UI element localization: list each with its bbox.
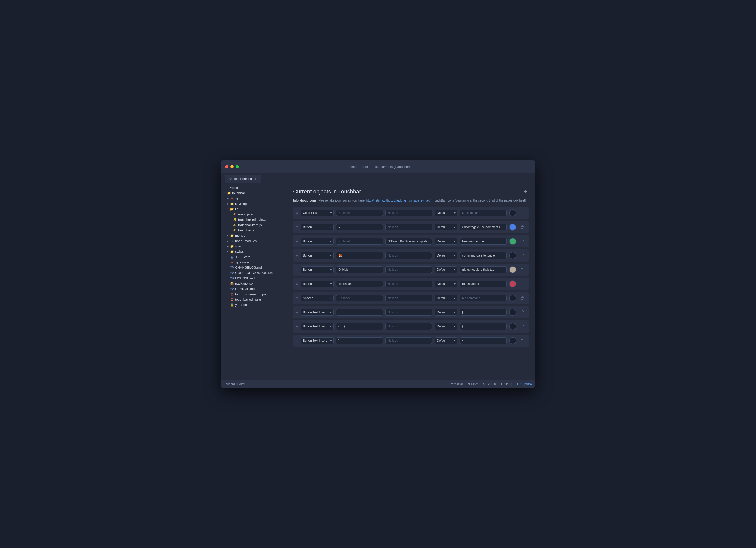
delete-button[interactable]: 🗑	[519, 253, 526, 258]
type-select[interactable]: Spacer	[301, 295, 334, 301]
command-input[interactable]	[460, 295, 507, 301]
color-picker[interactable]	[509, 252, 516, 259]
command-input[interactable]	[460, 323, 507, 330]
color-picker[interactable]	[509, 309, 516, 316]
sidebar-item-code-of-conduct[interactable]: ▸ MD CODE_OF_CONDUCT.md	[221, 270, 287, 275]
sidebar-item-spec[interactable]: ▸ 📁 spec	[221, 244, 287, 249]
default-select[interactable]: Default	[435, 238, 457, 245]
type-select[interactable]: Button Text Insert	[301, 337, 334, 344]
command-input[interactable]	[460, 280, 507, 287]
delete-button[interactable]: 🗑	[519, 309, 526, 315]
sidebar-item-touchbar-item[interactable]: ▸ JS touchbar-item.js	[221, 222, 287, 228]
command-input[interactable]	[460, 267, 507, 273]
type-select[interactable]: Color Picker Button Spacer Button Text I…	[301, 210, 334, 216]
color-picker[interactable]	[509, 266, 516, 273]
default-select[interactable]: Default	[435, 323, 457, 330]
default-select[interactable]: Default	[435, 337, 457, 344]
type-select[interactable]: Button	[301, 280, 334, 287]
command-input[interactable]	[460, 210, 507, 216]
icon-input[interactable]	[385, 267, 432, 273]
sidebar-item-styles[interactable]: ▸ 📁 styles	[221, 249, 287, 254]
maximize-button[interactable]	[236, 165, 239, 168]
color-picker[interactable]	[509, 337, 516, 344]
minimize-button[interactable]	[230, 165, 234, 168]
sidebar-item-touchbar[interactable]: ▾ 📁 touchbar	[221, 190, 287, 196]
default-select[interactable]: Default	[435, 224, 457, 231]
sidebar-item-readme[interactable]: ▸ MD README.md	[221, 286, 287, 291]
drag-handle-icon[interactable]: ≡	[296, 296, 298, 300]
drag-handle-icon[interactable]: ≡	[296, 211, 298, 215]
sidebar-item-touchbar-edit-view[interactable]: ▸ JS touchbar-edit-view.js	[221, 217, 287, 222]
drag-handle-icon[interactable]: ≡	[296, 339, 298, 343]
drag-handle-icon[interactable]: ≡	[296, 239, 298, 243]
sidebar-item-gitignore[interactable]: ▸ ◈ .gitignore	[221, 260, 287, 265]
command-input[interactable]	[460, 224, 507, 231]
sidebar-item-touchbar-edit-png[interactable]: ▸ 🖼 touchbar-edit.png	[221, 297, 287, 302]
icon-input[interactable]	[385, 252, 432, 259]
label-input[interactable]	[336, 280, 383, 287]
drag-handle-icon[interactable]: ≡	[296, 324, 298, 328]
tab-touchbar-editor[interactable]: ⟳ Touchbar Editor	[225, 175, 261, 183]
delete-button[interactable]: 🗑	[519, 239, 526, 244]
sidebar-item-yarn-lock[interactable]: ▸ 🔒 yarn.lock	[221, 302, 287, 307]
type-select[interactable]: Button	[301, 238, 334, 245]
delete-button[interactable]: 🗑	[519, 295, 526, 301]
default-select[interactable]: Default	[435, 280, 457, 287]
default-select[interactable]: Default	[435, 252, 457, 259]
delete-button[interactable]: 🗑	[519, 224, 526, 230]
icon-input[interactable]	[385, 309, 432, 315]
drag-handle-icon[interactable]: ≡	[296, 268, 298, 272]
color-picker[interactable]	[509, 280, 516, 287]
color-picker[interactable]	[509, 294, 516, 301]
delete-button[interactable]: 🗑	[519, 281, 526, 287]
icon-input[interactable]	[385, 337, 432, 344]
label-input[interactable]	[336, 238, 383, 245]
icon-input[interactable]	[385, 210, 432, 216]
drag-handle-icon[interactable]: ≡	[296, 254, 298, 258]
icon-input[interactable]	[385, 280, 432, 287]
sidebar-item-license[interactable]: ▸ MD LICENSE.md	[221, 275, 287, 281]
icon-input[interactable]	[385, 224, 432, 231]
update-status[interactable]: ⬇ 1 update	[516, 382, 532, 386]
sidebar-item-git[interactable]: ▸ ◈ .git	[221, 196, 287, 201]
command-input[interactable]	[460, 252, 507, 259]
drag-handle-icon[interactable]: ≡	[296, 282, 298, 286]
command-input[interactable]	[460, 238, 507, 245]
sidebar-item-package-json[interactable]: ▸ 📦 package.json	[221, 281, 287, 286]
command-input[interactable]	[460, 309, 507, 315]
label-input[interactable]	[336, 210, 383, 216]
type-select[interactable]: Button	[301, 224, 334, 231]
color-picker[interactable]	[509, 209, 516, 217]
delete-button[interactable]: 🗑	[519, 267, 526, 273]
branch-status[interactable]: ⎇ master	[449, 382, 463, 386]
icon-input[interactable]	[385, 238, 432, 245]
git-status[interactable]: ⬆ Git (3)	[500, 382, 512, 386]
drag-handle-icon[interactable]: ≡	[296, 225, 298, 229]
sidebar-item-changelog[interactable]: ▸ MD CHANGELOG.md	[221, 265, 287, 270]
sidebar-item-ds-store[interactable]: ▸ ▦ .DS_Store	[221, 254, 287, 260]
delete-button[interactable]: 🗑	[519, 210, 526, 216]
label-input[interactable]	[336, 337, 383, 344]
sidebar-item-emoji-json[interactable]: ▸ JS emoji.json	[221, 212, 287, 217]
default-select[interactable]: Default	[435, 267, 457, 273]
icon-input[interactable]	[385, 295, 432, 301]
type-select[interactable]: Button	[301, 252, 334, 259]
type-select[interactable]: Button Text Insert	[301, 323, 334, 330]
info-link[interactable]: http://hetima.github.io/fucking_nsimage_…	[366, 199, 431, 202]
color-picker[interactable]	[509, 238, 516, 245]
label-input[interactable]	[336, 252, 383, 259]
default-select[interactable]: Default	[435, 309, 457, 315]
close-button[interactable]	[225, 165, 228, 168]
color-picker[interactable]	[509, 224, 516, 231]
delete-button[interactable]: 🗑	[519, 324, 526, 329]
type-select[interactable]: Button Text Insert	[301, 309, 334, 315]
add-button[interactable]: +	[522, 188, 529, 195]
delete-button[interactable]: 🗑	[519, 338, 526, 343]
sidebar-item-menus[interactable]: ▸ 📁 menus	[221, 233, 287, 238]
label-input[interactable]	[336, 323, 383, 330]
sidebar-item-touch-screenshot[interactable]: ▸ 🖼 touch_screenshot.png	[221, 291, 287, 297]
drag-handle-icon[interactable]: ≡	[296, 310, 298, 314]
default-select[interactable]: Default Small Large	[435, 210, 457, 216]
github-status[interactable]: ⊙ GitHub	[483, 382, 496, 386]
sidebar-item-lib[interactable]: ▾ 📂 lib	[221, 206, 287, 212]
